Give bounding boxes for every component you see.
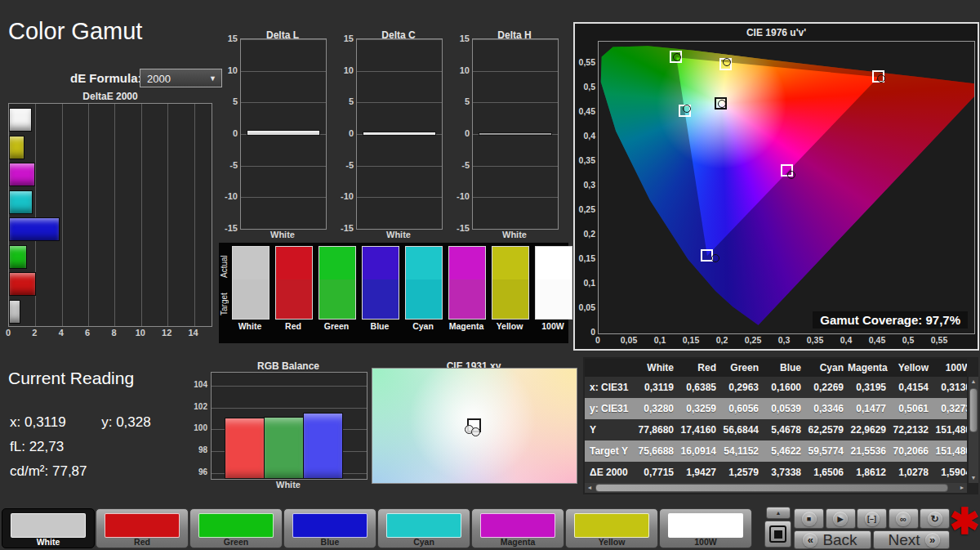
table-cell: 75,6688: [635, 440, 678, 462]
y-tick-label: 0,55: [575, 57, 595, 67]
gridline: [357, 102, 442, 103]
pattern-color-swatch: [668, 513, 743, 538]
table-row[interactable]: x: CIE310,31190,63850,29630,16000,22690,…: [585, 377, 967, 398]
gridline: [357, 166, 442, 167]
column-header: Magenta: [848, 359, 890, 377]
cie1976-panel: CIE 1976 u'v' Gamut Coverage: 97,7% 00,0…: [573, 22, 979, 351]
scroll-up-icon[interactable]: ▲: [969, 377, 978, 387]
y-tick-label: -15: [457, 223, 470, 233]
column-header: White: [635, 359, 678, 377]
gridline: [212, 408, 367, 409]
bar-blue: [303, 413, 343, 479]
y-tick-label: 100: [181, 423, 207, 432]
table-horizontal-scrollbar[interactable]: ◄ ►: [585, 483, 967, 493]
pattern-window-icon: [769, 525, 786, 543]
table-row[interactable]: Y77,868017,416056,68445,467862,257922,96…: [585, 419, 967, 440]
horizontal-scroll-thumb[interactable]: [595, 484, 948, 492]
page-title: Color Gamut: [8, 18, 142, 45]
actual-target-swatch-strip: ActualTargetWhiteRedGreenBlueCyanMagenta…: [219, 243, 568, 343]
table-cell: 0,3346: [805, 398, 848, 419]
bar-blue: [9, 217, 60, 241]
target-color: [319, 279, 355, 319]
actual-color: [363, 247, 399, 279]
up-arrow-icon: ▲: [776, 510, 782, 516]
column-header: Green: [720, 359, 763, 377]
actual-color: [276, 247, 312, 279]
table-cell: 16,0914: [678, 440, 720, 462]
pattern-button-white[interactable]: White: [2, 508, 95, 548]
measured-marker-green: [673, 53, 681, 61]
delta-l-x-label: White: [240, 230, 325, 239]
refresh-button[interactable]: ↻: [920, 508, 950, 529]
column-header: Red: [678, 359, 720, 377]
de-formula-dropdown[interactable]: 2000 ▼: [140, 69, 222, 87]
column-header: Blue: [763, 359, 805, 377]
swatch-label: White: [231, 321, 269, 331]
pattern-button-blue[interactable]: Blue: [283, 508, 376, 548]
table-cell: 17,4160: [678, 419, 720, 440]
swatch-label: Red: [274, 321, 312, 331]
swatch-label: 100W: [534, 321, 572, 331]
table-cell: 1,9427: [678, 462, 720, 483]
target-color: [406, 279, 442, 319]
nav-up-button[interactable]: ▲: [766, 507, 791, 519]
table-row[interactable]: Target Y75,668816,091454,11525,462259,57…: [585, 440, 967, 462]
table-row[interactable]: ΔE 20000,77151,94271,25793,73381,65061,8…: [585, 462, 967, 483]
swatch-label: Green: [318, 321, 355, 331]
stop-button[interactable]: ■: [794, 508, 824, 529]
swatch-red: [275, 246, 313, 320]
y-tick-label: 0,35: [575, 155, 595, 165]
pattern-button-cyan[interactable]: Cyan: [377, 508, 470, 548]
table-vertical-scrollbar[interactable]: ▲ ▼: [969, 377, 978, 483]
scroll-right-icon[interactable]: ►: [957, 483, 967, 493]
gridline: [473, 39, 558, 40]
x-tick-label: 0: [0, 328, 16, 338]
y-tick-label: 0,1: [575, 278, 595, 288]
pattern-color-swatch: [11, 513, 86, 538]
actual-row-label: Actual: [220, 248, 231, 285]
cdm2-value: 77,87: [52, 463, 87, 479]
y-tick-label: -15: [225, 223, 238, 233]
y-tick-label: 10: [228, 65, 238, 75]
bar-red: [225, 418, 265, 479]
pattern-button-red[interactable]: Red: [96, 508, 189, 548]
pattern-button-yellow[interactable]: Yellow: [565, 508, 658, 548]
play-button[interactable]: ▶: [826, 508, 856, 529]
x-tick-label: 0,2: [710, 335, 734, 345]
table-cell: 5,4622: [763, 440, 805, 462]
table-cell: 0,3130: [933, 377, 967, 398]
table-cell: 1,2579: [720, 462, 763, 483]
table-cell: 1,5904: [933, 462, 967, 483]
fl-value: 22,73: [29, 439, 65, 454]
y-tick-label: -5: [461, 160, 470, 170]
pattern-window-button[interactable]: [764, 521, 791, 548]
x-tick-label: 14: [185, 328, 202, 338]
pattern-color-swatch: [386, 513, 461, 538]
vertical-scroll-thumb[interactable]: [969, 388, 978, 432]
scroll-down-icon[interactable]: ▼: [969, 473, 978, 483]
bar-red: [9, 272, 36, 296]
y-tick-label: -10: [457, 191, 470, 201]
interval-button[interactable]: [–]: [857, 508, 887, 529]
y-tick-label: 0,2: [575, 229, 595, 239]
next-button[interactable]: Next »: [873, 530, 950, 549]
back-button[interactable]: « Back: [794, 530, 871, 549]
interval-icon: [–]: [867, 515, 876, 523]
pattern-button-green[interactable]: Green: [189, 508, 283, 548]
table-row[interactable]: y: CIE310,32800,32590,60560,05390,33460,…: [585, 398, 967, 419]
pattern-color-swatch: [198, 513, 274, 538]
actual-color: [319, 247, 355, 279]
continuous-button[interactable]: ∞: [889, 508, 919, 529]
scroll-left-icon[interactable]: ◄: [585, 483, 595, 493]
back-chevron-icon: «: [808, 534, 813, 546]
pattern-button-magenta[interactable]: Magenta: [471, 508, 564, 548]
table-cell: 21,5536: [848, 440, 890, 462]
gridline: [141, 104, 142, 326]
current-reading-heading: Current Reading: [8, 369, 134, 388]
y-tick-label: 15: [460, 34, 470, 43]
table-cell: 151,480: [933, 419, 967, 440]
pattern-button-100w[interactable]: 100W: [659, 508, 752, 548]
x-tick-label: 0,1: [648, 335, 672, 345]
pattern-button-label: Green: [190, 537, 282, 547]
pattern-color-swatch: [574, 513, 649, 538]
